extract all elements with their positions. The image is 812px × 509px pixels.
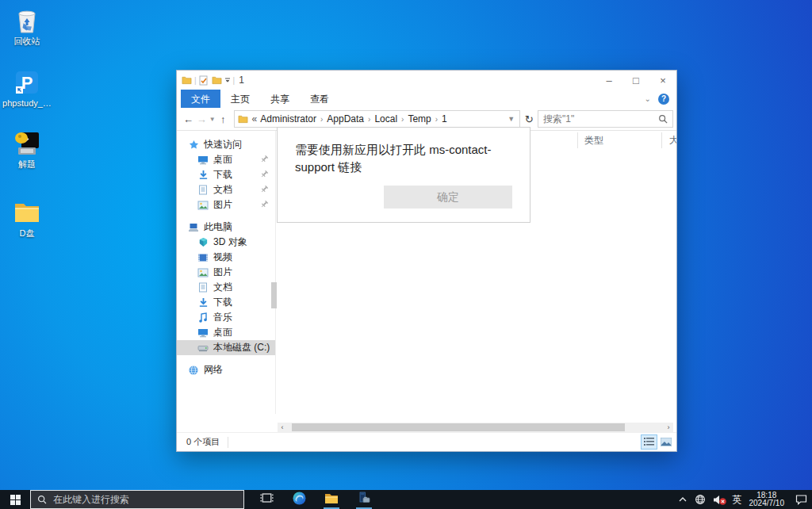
taskbar-app-edge[interactable] [289, 490, 309, 509]
taskbar-search-placeholder: 在此键入进行搜索 [53, 493, 129, 507]
sidebar-item-音乐[interactable]: 音乐 [177, 310, 275, 325]
desktop-icon-解题[interactable]: 解题 [2, 129, 52, 169]
back-button[interactable]: ← [182, 113, 195, 125]
taskbar-app-task-view[interactable] [256, 490, 277, 509]
mute-badge [719, 498, 726, 505]
taskbar-search-input[interactable]: 在此键入进行搜索 [30, 490, 244, 509]
ok-button[interactable]: 确定 [384, 186, 512, 209]
sidebar-item-桌面[interactable]: 桌面 [177, 325, 275, 340]
taskbar-search-icon [37, 495, 47, 504]
column-divider[interactable] [661, 132, 662, 148]
volume-muted-icon[interactable] [713, 494, 726, 505]
taskbar: 在此键入进行搜索 英 18:18 2024/7/10 [0, 490, 812, 509]
qat-customize-dropdown[interactable] [224, 77, 231, 83]
taskbar-app-running-app[interactable] [354, 490, 374, 509]
clock-date: 2024/7/10 [749, 499, 785, 508]
ribbon-collapse-icon[interactable]: ⌄ [645, 94, 651, 103]
breadcrumb-segment[interactable]: Administrator [260, 113, 316, 124]
maximize-button[interactable]: □ [622, 71, 649, 90]
sidebar-item-本地磁盘 (C:)[interactable]: 本地磁盘 (C:) [177, 340, 275, 355]
horizontal-scrollbar[interactable]: ‹ › [278, 423, 673, 432]
recent-locations-dropdown[interactable]: ▼ [209, 116, 216, 123]
title-bar[interactable]: | | 1 – □ × [177, 71, 676, 90]
pin-icon [260, 185, 270, 194]
sidebar-item-3D 对象[interactable]: 3D 对象 [177, 235, 275, 250]
clock[interactable]: 18:18 2024/7/10 [749, 492, 785, 508]
address-bar[interactable]: « Administrator›AppData›Local›Temp›1 ▼ [234, 110, 521, 128]
sidebar-item-此电脑[interactable]: 此电脑 [177, 220, 275, 235]
cube-icon [197, 237, 209, 248]
action-center-icon[interactable] [795, 494, 807, 505]
document-icon [197, 185, 209, 196]
scrollbar-thumb[interactable] [292, 423, 625, 431]
breadcrumb-overflow[interactable]: « [252, 113, 258, 124]
desktop-icon-D盘[interactable]: D盘 [2, 198, 52, 238]
tab-home[interactable]: 主页 [220, 90, 260, 108]
sidebar-item-label: 音乐 [213, 311, 232, 324]
close-button[interactable]: × [649, 71, 676, 90]
input-language-indicator[interactable]: 英 [733, 493, 742, 507]
details-view-button[interactable] [642, 435, 657, 449]
minimize-button[interactable]: – [596, 71, 622, 90]
column-header-size[interactable]: 大小 [669, 134, 677, 147]
monitor-icon [197, 327, 209, 339]
help-icon[interactable]: ? [658, 94, 669, 105]
search-input[interactable]: 搜索"1" [538, 110, 673, 128]
tab-file[interactable]: 文件 [181, 90, 220, 108]
tower-app-icon [358, 492, 370, 507]
qat-new-folder-button[interactable] [212, 75, 222, 85]
window-title: 1 [239, 75, 244, 86]
scroll-left-arrow[interactable]: ‹ [278, 423, 287, 432]
sidebar-item-文档[interactable]: 文档 [177, 280, 275, 295]
tab-view[interactable]: 查看 [300, 90, 339, 108]
network-icon[interactable] [695, 494, 706, 505]
refresh-icon[interactable]: ↻ [520, 113, 538, 125]
scroll-right-arrow[interactable]: › [664, 423, 673, 432]
thumbnail-view-button[interactable] [658, 435, 673, 449]
picture-icon [197, 267, 209, 278]
desktop: 回收站Pphpstudy_…解题D盘 | | 1 – □ × [0, 0, 812, 509]
sidebar-item-label: 快速访问 [204, 138, 242, 151]
breadcrumb-segment[interactable]: AppData [327, 113, 364, 124]
terminal-app-icon [13, 129, 41, 158]
sidebar-item-文档[interactable]: 文档 [177, 182, 275, 197]
sidebar-item-网络[interactable]: 网络 [177, 362, 275, 377]
desktop-icon-phpstudy_…[interactable]: Pphpstudy_… [2, 68, 52, 108]
sidebar-item-label: 视频 [213, 251, 232, 264]
status-bar: 0 个项目 [177, 432, 676, 451]
column-header-type[interactable]: 类型 [584, 134, 603, 147]
sidebar-item-下载[interactable]: 下载 [177, 295, 275, 310]
sidebar-item-图片[interactable]: 图片 [177, 265, 275, 280]
column-divider[interactable] [577, 132, 578, 148]
sidebar-item-桌面[interactable]: 桌面 [177, 152, 275, 167]
breadcrumb-separator: › [368, 115, 370, 124]
breadcrumb-segment[interactable]: 1 [442, 113, 447, 124]
qat-separator: | [233, 76, 236, 85]
tray-expand-icon[interactable] [678, 496, 688, 503]
sidebar-gap [177, 212, 275, 220]
forward-button[interactable]: → [195, 113, 209, 125]
search-placeholder: 搜索"1" [543, 113, 574, 126]
tab-share[interactable]: 共享 [260, 90, 300, 108]
sidebar-item-label: 网络 [204, 363, 223, 377]
start-button[interactable] [0, 490, 30, 509]
breadcrumb-segment[interactable]: Local [374, 113, 397, 124]
address-folder-icon [238, 114, 248, 124]
sidebar-item-label: 下载 [213, 296, 232, 309]
desktop-icon-回收站[interactable]: 回收站 [2, 6, 52, 46]
address-dropdown-icon[interactable]: ▼ [508, 115, 516, 123]
folder-big-icon [13, 198, 41, 227]
sidebar-item-快速访问[interactable]: 快速访问 [177, 137, 275, 152]
sidebar-scrollbar[interactable] [271, 282, 277, 308]
star-icon [188, 140, 199, 151]
desktop-icon-label: D盘 [2, 228, 52, 238]
sidebar-item-视频[interactable]: 视频 [177, 250, 275, 265]
qat-properties-button[interactable] [199, 75, 209, 86]
sidebar-item-下载[interactable]: 下载 [177, 167, 275, 182]
up-button[interactable]: ↑ [216, 113, 230, 125]
taskbar-app-file-explorer[interactable] [321, 490, 342, 509]
sidebar-item-图片[interactable]: 图片 [177, 197, 275, 212]
breadcrumb-segment[interactable]: Temp [408, 113, 431, 124]
breadcrumb-separator: › [320, 115, 323, 124]
taskview-icon [260, 492, 274, 507]
